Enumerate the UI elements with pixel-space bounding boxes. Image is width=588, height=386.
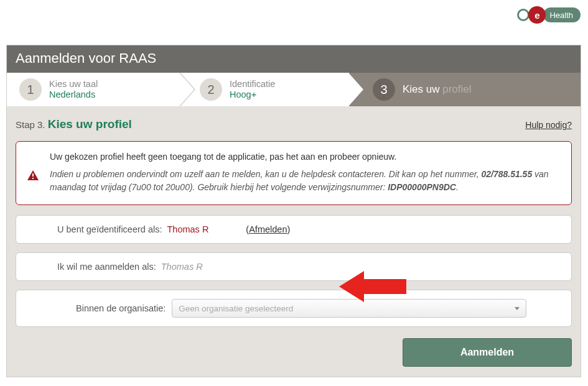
svg-marker-4 — [339, 271, 406, 302]
organisation-box: Binnen de organisatie: Geen organisatie … — [16, 290, 572, 327]
login-as-box: Ik wil me aanmelden als: Thomas R — [16, 252, 572, 281]
login-as-value: Thomas R — [161, 262, 203, 272]
step-language: 1 Kies uw taal Nederlands — [7, 73, 187, 106]
logout-link[interactable]: Afmelden — [249, 224, 287, 234]
ehealth-logo: e Health — [517, 6, 581, 24]
chevron-down-icon — [515, 307, 520, 310]
step-3-badge: 3 — [373, 78, 395, 101]
organisation-label: Binnen de organisatie: — [76, 303, 166, 313]
step-2-value: Hoog+ — [230, 90, 275, 100]
submit-button[interactable]: Aanmelden — [403, 338, 572, 367]
step-heading: Stap 3. Kies uw profiel — [16, 117, 132, 131]
step-1-badge: 1 — [19, 78, 42, 101]
main-panel: Aanmelden voor RAAS 1 Kies uw taal Neder… — [6, 45, 581, 377]
step-1-value: Nederlands — [49, 90, 98, 100]
step-2-badge: 2 — [200, 78, 222, 101]
chevron-right-icon — [179, 73, 196, 106]
step-identification: 2 Identificatie Hoog+ — [187, 73, 349, 106]
page-title: Aanmelden voor RAAS — [7, 45, 581, 73]
error-message-secondary: Indien u problemen ondervindt om uzelf a… — [50, 168, 560, 195]
chevron-right-icon — [348, 73, 366, 106]
logo-health-badge: Health — [543, 7, 581, 22]
svg-rect-3 — [32, 178, 34, 179]
step-3-label: Kies uw profiel — [403, 83, 472, 95]
logout-wrapper: (Afmelden) — [246, 224, 290, 234]
identified-as-name: Thomas R — [167, 224, 208, 234]
step-profile-active: 3 Kies uw profiel — [349, 73, 581, 106]
svg-rect-2 — [32, 173, 34, 177]
logo-e-badge: e — [528, 6, 546, 24]
step-1-label: Kies uw taal — [49, 79, 98, 90]
warning-triangle-icon — [27, 170, 39, 180]
login-as-label: Ik wil me aanmelden als: — [57, 262, 156, 272]
help-link[interactable]: Hulp nodig? — [525, 120, 572, 130]
identified-as-label: U bent geïdentificeerd als: — [57, 224, 162, 234]
error-message-primary: Uw gekozen profiel heeft geen toegang to… — [50, 150, 560, 164]
step-indicator: 1 Kies uw taal Nederlands 2 Identificati… — [7, 73, 581, 106]
organisation-select-placeholder: Geen organisatie geselecteerd — [179, 304, 293, 313]
logo-ring-icon — [517, 9, 530, 21]
step-2-label: Identificatie — [230, 79, 275, 90]
annotation-arrow-icon — [339, 268, 408, 305]
identified-as-box: U bent geïdentificeerd als: Thomas R (Af… — [16, 215, 572, 244]
error-alert: Uw gekozen profiel heeft geen toegang to… — [16, 141, 572, 205]
svg-marker-0 — [348, 73, 363, 106]
